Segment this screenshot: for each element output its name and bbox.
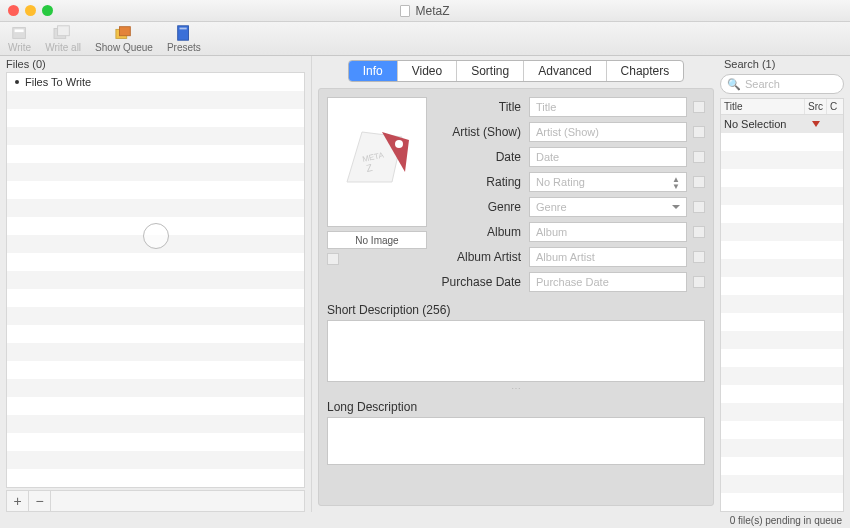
- write-button[interactable]: Write: [8, 24, 31, 55]
- svg-point-10: [395, 140, 403, 148]
- search-input[interactable]: 🔍 Search: [720, 74, 844, 94]
- splitter-grip[interactable]: ⋯: [327, 383, 705, 394]
- svg-rect-0: [12, 28, 25, 39]
- purchase-date-input[interactable]: Purchase Date: [529, 272, 687, 292]
- artist-input[interactable]: Artist (Show): [529, 122, 687, 142]
- artwork-placeholder-icon: META Z: [337, 122, 417, 202]
- marker-icon: [812, 121, 820, 127]
- album-artist-checkbox[interactable]: [693, 251, 705, 263]
- tab-advanced[interactable]: Advanced: [524, 61, 606, 81]
- write-all-label: Write all: [45, 42, 81, 53]
- album-artist-label: Album Artist: [437, 250, 529, 264]
- rating-label: Rating: [437, 175, 529, 189]
- date-checkbox[interactable]: [693, 151, 705, 163]
- presets-icon: [173, 24, 195, 42]
- search-row-title: No Selection: [721, 118, 805, 130]
- presets-label: Presets: [167, 42, 201, 53]
- artwork-checkbox[interactable]: [327, 253, 339, 265]
- search-results-table[interactable]: Title Src C No Selection: [720, 98, 844, 512]
- search-header: Search (1): [720, 56, 844, 72]
- col-c[interactable]: C: [827, 99, 843, 114]
- artwork-frame[interactable]: META Z: [327, 97, 427, 227]
- write-label: Write: [8, 42, 31, 53]
- artist-label: Artist (Show): [437, 125, 529, 139]
- files-to-write-header[interactable]: Files To Write: [7, 73, 304, 91]
- rating-select[interactable]: No Rating ▲▼: [529, 172, 687, 192]
- bullet-icon: [15, 80, 19, 84]
- date-label: Date: [437, 150, 529, 164]
- short-desc-label: Short Description (256): [327, 303, 705, 317]
- remove-file-button[interactable]: −: [29, 491, 51, 511]
- toolbar: Write Write all Show Queue Presets: [0, 22, 850, 56]
- tab-video[interactable]: Video: [398, 61, 457, 81]
- tab-info[interactable]: Info: [349, 61, 398, 81]
- files-to-write-label: Files To Write: [25, 76, 91, 88]
- search-table-header: Title Src C: [721, 99, 843, 115]
- date-input[interactable]: Date: [529, 147, 687, 167]
- files-pane: Files (0) Files To Write + −: [0, 56, 312, 512]
- add-file-button[interactable]: +: [7, 491, 29, 511]
- artist-checkbox[interactable]: [693, 126, 705, 138]
- document-icon: [400, 5, 410, 17]
- files-header: Files (0): [0, 56, 311, 72]
- window-title: MetaZ: [0, 4, 850, 18]
- files-list[interactable]: Files To Write: [6, 72, 305, 488]
- col-title[interactable]: Title: [721, 99, 805, 114]
- long-desc-label: Long Description: [327, 400, 705, 414]
- editor-pane: Info Video Sorting Advanced Chapters: [312, 56, 720, 512]
- short-desc-input[interactable]: [327, 320, 705, 382]
- write-all-button[interactable]: Write all: [45, 24, 81, 55]
- status-bar: 0 file(s) pending in queue: [0, 512, 850, 528]
- purchase-date-label: Purchase Date: [437, 275, 529, 289]
- titlebar: MetaZ: [0, 0, 850, 22]
- svg-rect-3: [58, 26, 70, 36]
- files-footer: + −: [6, 490, 305, 512]
- album-artist-input[interactable]: Album Artist: [529, 247, 687, 267]
- genre-select[interactable]: Genre: [529, 197, 687, 217]
- presets-button[interactable]: Presets: [167, 24, 201, 55]
- write-icon: [9, 24, 31, 42]
- title-checkbox[interactable]: [693, 101, 705, 113]
- tabs: Info Video Sorting Advanced Chapters: [318, 60, 714, 82]
- album-checkbox[interactable]: [693, 226, 705, 238]
- tab-chapters[interactable]: Chapters: [607, 61, 684, 81]
- stepper-icon: ▲▼: [672, 176, 680, 190]
- show-queue-label: Show Queue: [95, 42, 153, 53]
- purchase-date-checkbox[interactable]: [693, 276, 705, 288]
- col-src[interactable]: Src: [805, 99, 827, 114]
- svg-rect-1: [14, 29, 23, 32]
- svg-rect-5: [120, 27, 131, 36]
- info-editor: META Z No Image Title Title: [318, 88, 714, 506]
- svg-rect-7: [179, 28, 186, 30]
- artwork-box: META Z No Image: [327, 97, 427, 297]
- long-desc-input[interactable]: [327, 417, 705, 465]
- drop-target-circle: [143, 223, 169, 249]
- album-input[interactable]: Album: [529, 222, 687, 242]
- title-label: Title: [437, 100, 529, 114]
- write-all-icon: [52, 24, 74, 42]
- title-input[interactable]: Title: [529, 97, 687, 117]
- search-result-row[interactable]: No Selection: [721, 115, 843, 133]
- status-text: 0 file(s) pending in queue: [730, 515, 842, 526]
- genre-checkbox[interactable]: [693, 201, 705, 213]
- search-placeholder: Search: [745, 78, 780, 90]
- rating-checkbox[interactable]: [693, 176, 705, 188]
- show-queue-button[interactable]: Show Queue: [95, 24, 153, 55]
- metadata-fields: Title Title Artist (Show) Artist (Show) …: [437, 97, 705, 297]
- genre-label: Genre: [437, 200, 529, 214]
- album-label: Album: [437, 225, 529, 239]
- no-image-button[interactable]: No Image: [327, 231, 427, 249]
- main-content: Files (0) Files To Write + − Info Video …: [0, 56, 850, 512]
- search-icon: 🔍: [727, 78, 741, 91]
- search-pane: Search (1) 🔍 Search Title Src C No Selec…: [720, 56, 850, 512]
- show-queue-icon: [113, 24, 135, 42]
- tab-sorting[interactable]: Sorting: [457, 61, 524, 81]
- window-title-text: MetaZ: [415, 4, 449, 18]
